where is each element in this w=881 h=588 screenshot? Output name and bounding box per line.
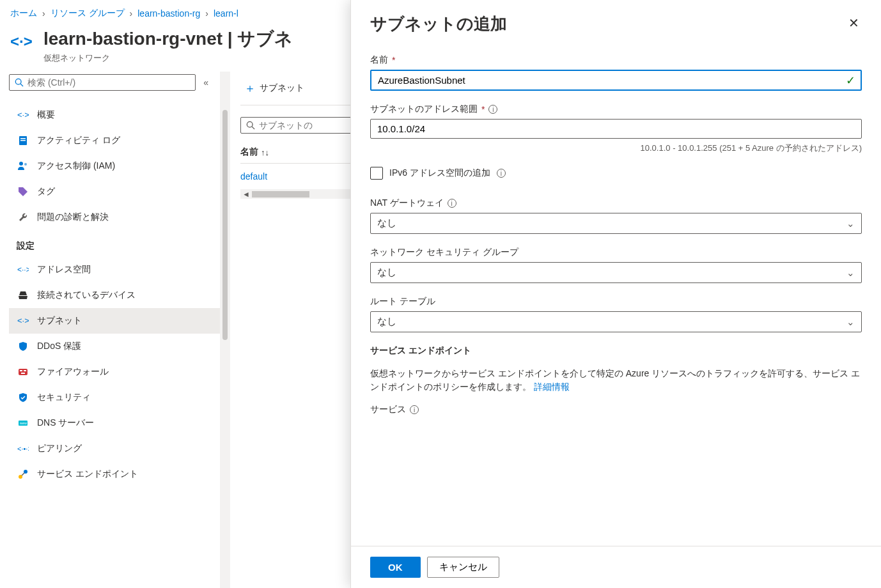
nav-subnets[interactable]: <·> サブネット bbox=[9, 308, 220, 334]
crumb-home[interactable]: ホーム bbox=[10, 8, 37, 19]
nav-iam[interactable]: アクセス制御 (IAM) bbox=[9, 153, 220, 179]
nav-security[interactable]: セキュリティ bbox=[9, 385, 220, 410]
nsg-dropdown[interactable]: なし ⌄ bbox=[370, 262, 862, 283]
dropdown-value: なし bbox=[377, 267, 396, 279]
svg-rect-13 bbox=[24, 370, 26, 371]
nav-label: 問題の診断と解決 bbox=[37, 212, 109, 223]
crumb-rg[interactable]: learn-bastion-rg bbox=[137, 8, 200, 19]
devices-icon bbox=[17, 289, 29, 302]
button-label: サブネット bbox=[260, 82, 304, 94]
col-label: 名前 bbox=[240, 146, 258, 158]
nav-label: サービス エンドポイント bbox=[37, 468, 138, 480]
nav-service-endpoints[interactable]: サービス エンドポイント bbox=[9, 461, 220, 487]
close-icon[interactable]: ✕ bbox=[846, 13, 862, 33]
scroll-left-icon[interactable]: ◄ bbox=[240, 190, 252, 199]
panel-title: サブネットの追加 bbox=[370, 13, 507, 35]
nav-overview[interactable]: <·> 概要 bbox=[9, 102, 220, 128]
nav-scrollbar[interactable] bbox=[220, 72, 230, 588]
collapse-nav-icon[interactable]: « bbox=[201, 75, 211, 90]
dropdown-value: なし bbox=[377, 316, 396, 328]
nav-label: DDoS 保護 bbox=[37, 341, 81, 352]
add-subnet-panel: サブネットの追加 ✕ 名前* ✓ サブネットのアドレス範囲* i 10.0.1.… bbox=[350, 0, 881, 588]
vnet-icon: <·> bbox=[17, 109, 29, 121]
address-space-icon: <··> bbox=[17, 263, 29, 276]
wrench-icon bbox=[17, 211, 29, 224]
cancel-button[interactable]: キャンセル bbox=[427, 557, 499, 578]
nav-label: セキュリティ bbox=[37, 392, 91, 403]
chevron-right-icon: › bbox=[42, 8, 45, 19]
nav-firewall[interactable]: ファイアウォール bbox=[9, 359, 220, 385]
nav-address-space[interactable]: <··> アドレス空間 bbox=[9, 257, 220, 282]
add-subnet-button[interactable]: ＋ サブネット bbox=[240, 78, 308, 98]
nat-label: NAT ゲートウェイ i bbox=[370, 197, 862, 209]
svg-text:<·•·>: <·•·> bbox=[17, 445, 29, 453]
nav-label: DNS サーバー bbox=[37, 417, 94, 429]
search-icon bbox=[15, 78, 24, 87]
panel-footer: OK キャンセル bbox=[351, 546, 881, 588]
security-icon bbox=[17, 391, 29, 404]
learn-more-link[interactable]: 詳細情報 bbox=[534, 382, 570, 392]
sort-icon: ↑↓ bbox=[261, 148, 269, 157]
name-input[interactable] bbox=[370, 70, 862, 91]
chevron-right-icon: › bbox=[205, 8, 208, 19]
peering-icon: <·•·> bbox=[17, 442, 29, 455]
nav-tags[interactable]: タグ bbox=[9, 179, 220, 205]
address-range-label: サブネットのアドレス範囲* i bbox=[370, 104, 862, 115]
service-endpoints-desc: 仮想ネットワークからサービス エンドポイントを介して特定の Azure リソース… bbox=[370, 367, 862, 394]
ipv6-checkbox[interactable] bbox=[370, 167, 383, 180]
svg-point-8 bbox=[24, 163, 27, 166]
info-icon[interactable]: i bbox=[410, 405, 419, 414]
nav-dns[interactable]: www DNS サーバー bbox=[9, 410, 220, 436]
nav-list: <·> 概要 アクティビティ ログ アクセス制御 (IAM) タグ bbox=[9, 102, 220, 487]
nav-label: ファイアウォール bbox=[37, 366, 109, 378]
address-range-input[interactable] bbox=[370, 119, 862, 139]
nav-label: アクティビティ ログ bbox=[37, 135, 120, 146]
svg-rect-12 bbox=[20, 370, 22, 371]
ok-button[interactable]: OK bbox=[370, 557, 421, 578]
svg-text:<·>: <·> bbox=[17, 316, 29, 325]
nat-dropdown[interactable]: なし ⌄ bbox=[370, 213, 862, 234]
svg-text:<··>: <··> bbox=[17, 265, 29, 274]
svg-point-21 bbox=[247, 121, 253, 127]
nav-label: サブネット bbox=[37, 315, 82, 327]
info-icon[interactable]: i bbox=[488, 105, 497, 114]
crumb-resource-groups[interactable]: リソース グループ bbox=[51, 8, 125, 19]
route-table-label: ルート テーブル bbox=[370, 296, 862, 307]
info-icon[interactable]: i bbox=[497, 169, 506, 178]
svg-text:<·>: <·> bbox=[17, 110, 29, 120]
crumb-current[interactable]: learn-l bbox=[214, 8, 238, 19]
nav-section-settings: 設定 bbox=[9, 230, 220, 257]
svg-point-7 bbox=[19, 162, 23, 166]
subnet-icon: <·> bbox=[17, 314, 29, 327]
col-header-name[interactable]: 名前 ↑↓ bbox=[240, 146, 269, 158]
dropdown-value: なし bbox=[377, 217, 396, 229]
nav-label: ピアリング bbox=[37, 443, 82, 454]
route-table-dropdown[interactable]: なし ⌄ bbox=[370, 311, 862, 332]
firewall-icon bbox=[17, 366, 29, 378]
nav-peering[interactable]: <·•·> ピアリング bbox=[9, 436, 220, 461]
svg-text:<·>: <·> bbox=[10, 33, 33, 50]
svg-text:www: www bbox=[20, 421, 27, 425]
nav-activity-log[interactable]: アクティビティ ログ bbox=[9, 128, 220, 153]
nav-search[interactable] bbox=[9, 74, 196, 91]
tag-icon bbox=[17, 185, 29, 198]
nav-connected-devices[interactable]: 接続されているデバイス bbox=[9, 282, 220, 308]
address-hint: 10.0.1.0 - 10.0.1.255 (251 + 5 Azure の予約… bbox=[370, 143, 862, 154]
svg-rect-11 bbox=[19, 369, 27, 375]
subnet-link[interactable]: default bbox=[240, 171, 267, 182]
nav-label: タグ bbox=[37, 186, 55, 197]
dns-icon: www bbox=[17, 417, 29, 429]
nav-diagnose[interactable]: 問題の診断と解決 bbox=[9, 205, 220, 230]
nav-label: アドレス空間 bbox=[37, 264, 91, 275]
shield-icon bbox=[17, 340, 29, 353]
vnet-icon: <·> bbox=[10, 31, 33, 54]
plus-icon: ＋ bbox=[244, 81, 256, 96]
nav-label: 概要 bbox=[37, 109, 55, 121]
nav-ddos[interactable]: DDoS 保護 bbox=[9, 334, 220, 359]
svg-line-2 bbox=[20, 84, 23, 86]
checkmark-icon: ✓ bbox=[846, 74, 855, 88]
service-label: サービス i bbox=[370, 404, 862, 415]
info-icon[interactable]: i bbox=[448, 199, 456, 208]
chevron-down-icon: ⌄ bbox=[846, 316, 855, 328]
nav-search-input[interactable] bbox=[27, 77, 190, 88]
